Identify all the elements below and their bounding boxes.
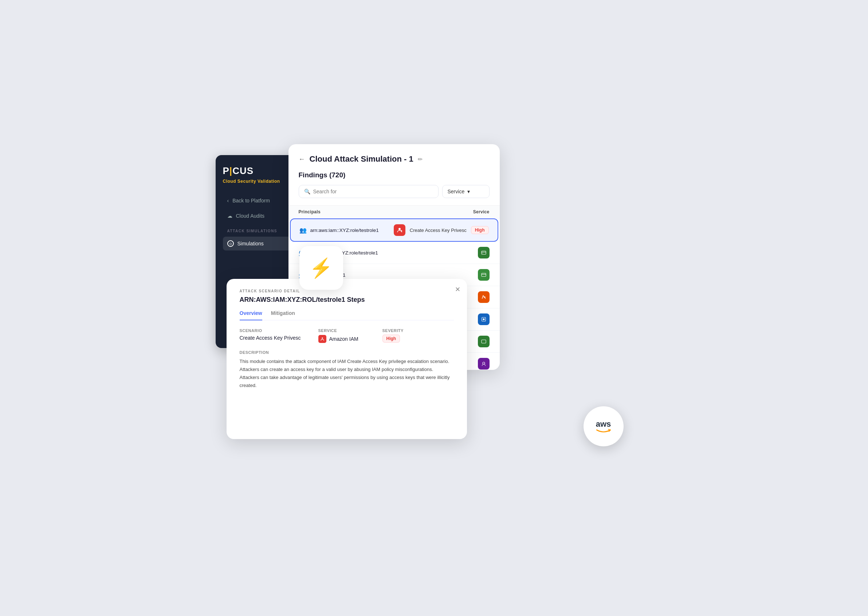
service-icon-s3 <box>478 247 490 258</box>
severity-meta: Severity High <box>383 328 426 343</box>
service-dropdown-label: Service <box>447 189 465 195</box>
cloud-icon: ☁ <box>227 213 232 219</box>
aws-badge: aws <box>583 406 624 446</box>
severity-badge: High <box>471 226 489 234</box>
search-input-wrap: 🔍 <box>299 185 438 198</box>
detail-panel: ✕ ATTACK SCENARIO DETAIL ARN:AWS:IAM:XYZ… <box>227 279 467 439</box>
edit-icon[interactable]: ✏ <box>418 156 422 163</box>
description-label: Description <box>239 350 454 355</box>
close-button[interactable]: ✕ <box>455 285 460 294</box>
service-icon-lambda <box>478 291 490 303</box>
iam-icon <box>318 335 326 343</box>
service-value: Amazon IAM <box>329 336 358 342</box>
search-icon: 🔍 <box>304 189 310 195</box>
cloud-audits-label: Cloud Audits <box>236 213 265 219</box>
table-header: Principals Service <box>288 206 500 218</box>
service-dropdown[interactable]: Service ▾ <box>442 185 490 198</box>
simulations-label: Simulations <box>238 240 264 247</box>
scenario-name: Create Access Key Privesc <box>410 228 466 233</box>
aws-text: aws <box>596 420 611 429</box>
service-icon-cognito <box>478 358 490 369</box>
scenario-label: Scenario <box>239 328 312 333</box>
severity-label: Severity <box>383 328 426 333</box>
svg-rect-5 <box>483 319 484 321</box>
findings-header: ← Cloud Attack Simulation - 1 ✏ Findings… <box>288 144 500 206</box>
service-meta: Service Amazon IAM <box>318 328 377 343</box>
attack-scenario-label: ATTACK SCENARIO DETAIL <box>239 289 454 293</box>
svg-point-2 <box>482 253 483 254</box>
principal-info: 👥 arn:aws:iam::XYZ:role/testrole1 <box>299 227 394 234</box>
service-label: Service <box>318 328 377 333</box>
scenario-value: Create Access Key Privesc <box>239 335 312 341</box>
service-icon-iam <box>394 224 405 236</box>
svg-point-10 <box>321 337 323 339</box>
col-principals: Principals <box>299 209 473 214</box>
simulations-icon: ⊙ <box>227 240 234 247</box>
severity-badge-detail: High <box>383 335 400 343</box>
service-icon-s3-3 <box>478 336 490 347</box>
description-section: Description This module contains the att… <box>239 350 454 390</box>
aws-smile-icon <box>594 429 613 433</box>
lightning-card: ⚡ <box>299 246 343 290</box>
app-logo: P|CUS <box>223 165 254 177</box>
lightning-icon: ⚡ <box>309 257 333 279</box>
svg-point-7 <box>483 362 485 365</box>
tab-mitigation[interactable]: Mitigation <box>271 310 295 320</box>
logo-dot: | <box>230 165 232 176</box>
findings-back-arrow[interactable]: ← <box>299 156 305 163</box>
back-chevron-icon: ‹ <box>227 198 229 204</box>
detail-meta-grid: Scenario Create Access Key Privesc Servi… <box>239 328 454 343</box>
service-icon-s3-2 <box>478 269 490 281</box>
tabs-row: Overview Mitigation <box>239 310 454 321</box>
svg-rect-6 <box>482 340 486 343</box>
principal-text: arn:aws:iam::XYZ:role/testrole1 <box>310 228 379 233</box>
findings-title: Cloud Attack Simulation - 1 <box>310 154 413 164</box>
findings-count: Findings (720) <box>299 171 490 179</box>
attack-title: ARN:AWS:IAM:XYZ:ROL/testrole1 Steps <box>239 296 454 303</box>
svg-point-0 <box>399 228 401 230</box>
row-right: Create Access Key Privesc High <box>394 224 489 236</box>
tab-overview[interactable]: Overview <box>239 310 262 321</box>
description-text: This module contains the attack componen… <box>239 358 454 390</box>
sidebar-back-label: Back to Platform <box>232 198 270 204</box>
col-service: Service <box>473 209 490 214</box>
table-row[interactable]: 👥 arn:aws:iam::XYZ:role/testrole1 Create… <box>290 218 498 242</box>
scenario-meta: Scenario Create Access Key Privesc <box>239 328 312 343</box>
service-icon-ec2 <box>478 313 490 325</box>
service-with-icon: Amazon IAM <box>318 335 377 343</box>
svg-rect-1 <box>482 251 486 255</box>
user-group-icon: 👥 <box>299 227 307 234</box>
svg-rect-3 <box>482 273 486 277</box>
search-input[interactable] <box>313 189 433 195</box>
chevron-down-icon: ▾ <box>467 189 470 195</box>
